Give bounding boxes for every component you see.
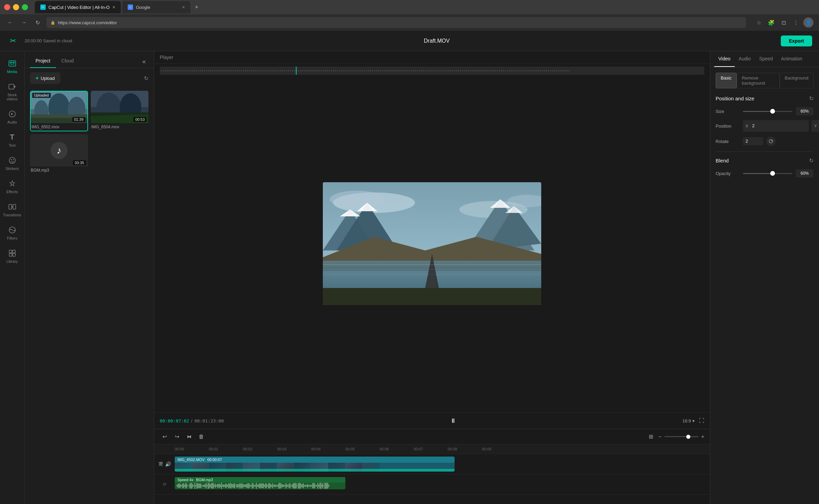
profile-icon[interactable]: ⊡: [779, 18, 788, 27]
wave-bar: [234, 483, 235, 488]
browser-actions: ☆ 🧩 ⊡ ⋮ 👤: [754, 17, 814, 28]
menu-icon[interactable]: ⋮: [791, 18, 801, 27]
fullscreen-button[interactable]: ⛶: [699, 418, 704, 424]
ruler-mark-2: 00:02: [243, 447, 277, 451]
video-track-label-btn[interactable]: 🎬: [158, 462, 163, 466]
video-track-clip[interactable]: IMG_6502.MOV 00:00:07: [175, 457, 455, 472]
delete-button[interactable]: 🗑: [197, 432, 206, 442]
new-tab-button[interactable]: +: [192, 2, 201, 12]
rotate-input[interactable]: [743, 137, 763, 145]
media-panel-tabs: Project Cloud «: [25, 51, 154, 68]
zoom-out-button[interactable]: −: [658, 434, 661, 440]
stickers-icon: [8, 156, 17, 165]
collapse-panel-btn[interactable]: «: [140, 55, 148, 68]
audio-track-clip[interactable]: Speed 4x BGM.mp3: [175, 477, 345, 489]
right-tab-audio[interactable]: Audio: [735, 51, 755, 67]
redo-button[interactable]: ↪: [172, 432, 182, 442]
refresh-button[interactable]: ↻: [33, 18, 42, 27]
maximize-window-btn[interactable]: [22, 4, 28, 10]
opacity-slider-thumb[interactable]: [770, 171, 775, 176]
rotate-icon-button[interactable]: [766, 136, 776, 146]
tab-google-label: Google: [136, 5, 150, 10]
media-tab-project[interactable]: Project: [30, 55, 56, 68]
sidebar-item-audio[interactable]: Audio: [1, 106, 23, 128]
minimize-window-btn[interactable]: [13, 4, 19, 10]
pause-button[interactable]: ⏸: [448, 415, 459, 426]
export-button[interactable]: Export: [781, 35, 812, 46]
app: ✂ 20:00:00 Saved in cloud Draft.MOV Expo…: [0, 31, 819, 504]
wave-bar: [250, 485, 250, 487]
right-tab-video[interactable]: Video: [714, 51, 735, 67]
basic-tab-remove-bg[interactable]: Remove background: [737, 73, 780, 88]
size-label: Size: [716, 109, 743, 114]
right-tab-speed[interactable]: Speed: [755, 51, 777, 67]
position-size-reset-btn[interactable]: ↻: [809, 95, 814, 102]
video-track-audio-btn[interactable]: 🔊: [165, 461, 171, 467]
zoom-in-button[interactable]: +: [701, 434, 704, 440]
sidebar-item-library[interactable]: Library: [1, 245, 23, 267]
timeline-zoom: ⊞ − +: [646, 432, 704, 442]
wave-bar: [267, 485, 268, 487]
ruler-mark-4: 00:04: [311, 447, 345, 451]
audio-track-icon-btn[interactable]: ⟳: [163, 482, 167, 487]
sidebar-item-effects[interactable]: Effects: [1, 175, 23, 197]
wave-bar: [297, 485, 298, 486]
tab-capcut-close[interactable]: ✕: [112, 5, 115, 10]
sidebar-item-stickers[interactable]: Stickers: [1, 152, 23, 174]
forward-button[interactable]: →: [19, 18, 29, 27]
basic-tab-background[interactable]: Background: [780, 73, 814, 88]
scrubber-playhead: [296, 67, 297, 75]
wave-bar: [217, 484, 218, 488]
timeline-scrubber[interactable]: // Will be rendered inline: [160, 67, 704, 75]
sidebar-item-text[interactable]: T Text: [1, 129, 23, 151]
ruler-mark-9: 00:09: [482, 447, 516, 451]
user-avatar[interactable]: 👤: [803, 17, 814, 28]
zoom-slider[interactable]: [664, 436, 699, 437]
tab-google[interactable]: G Google ✕: [122, 1, 190, 13]
media-item-img6504[interactable]: 00:53 IMG_6504.mov: [91, 91, 149, 131]
wave-bar: [226, 484, 227, 488]
opacity-slider-track[interactable]: [743, 173, 792, 174]
wave-bar: [228, 483, 229, 488]
aspect-ratio-selector[interactable]: 16:9 ▾: [682, 418, 695, 423]
right-tab-animation[interactable]: Animation: [777, 51, 806, 67]
total-time: 00:01:23:00: [195, 418, 224, 423]
pos-x-input[interactable]: [749, 122, 806, 130]
size-slider-thumb[interactable]: [770, 109, 775, 114]
media-item-bgm[interactable]: ♪ 03:35 BGM.mp3: [30, 134, 88, 174]
wave-bar: [318, 485, 319, 487]
ssl-lock-icon: 🔒: [51, 20, 55, 25]
wave-bar: [203, 485, 203, 487]
split-button[interactable]: ⧓: [184, 432, 194, 442]
sidebar-item-media[interactable]: Media: [1, 55, 23, 77]
opacity-value-input[interactable]: [796, 169, 814, 177]
size-value-input[interactable]: [796, 107, 814, 115]
grid-view-button[interactable]: ⊞: [646, 432, 656, 442]
sidebar-item-stock-videos[interactable]: Stock videos: [1, 78, 23, 104]
star-icon[interactable]: ☆: [754, 18, 764, 27]
traffic-lights: [4, 4, 28, 10]
tab-bar: ✂ CapCut | Video Editor | All-In-O ✕ G G…: [0, 0, 819, 14]
sidebar-item-filters[interactable]: Filters: [1, 222, 23, 244]
wave-bar: [182, 484, 183, 488]
back-button[interactable]: ←: [5, 18, 15, 27]
url-bar[interactable]: 🔒 https://www.capcut.com/editor: [46, 17, 746, 28]
undo-button[interactable]: ↩: [160, 432, 169, 442]
video-track-row: 🎬 🔊 IMG_6502.MOV 00:00:07: [154, 454, 710, 474]
tab-google-close[interactable]: ✕: [182, 5, 185, 10]
refresh-media-button[interactable]: ↻: [144, 75, 148, 82]
wave-bar: [314, 483, 315, 488]
time-separator: /: [191, 418, 192, 423]
wave-bar: [284, 485, 284, 487]
sidebar-item-transitions[interactable]: Transitions: [1, 199, 23, 220]
media-item-img6502[interactable]: Uploaded 01:39 IMG_6502.mov: [30, 91, 88, 131]
tab-capcut[interactable]: ✂ CapCut | Video Editor | All-In-O ✕: [35, 1, 121, 13]
extension-icon[interactable]: 🧩: [766, 18, 776, 27]
blend-reset-btn[interactable]: ↻: [809, 157, 814, 164]
upload-button[interactable]: + Upload: [30, 72, 60, 84]
close-window-btn[interactable]: [4, 4, 10, 10]
wave-bar: [319, 483, 320, 489]
basic-tab-basic[interactable]: Basic: [716, 73, 737, 88]
size-slider-track[interactable]: [743, 111, 792, 112]
media-tab-cloud[interactable]: Cloud: [56, 55, 80, 68]
